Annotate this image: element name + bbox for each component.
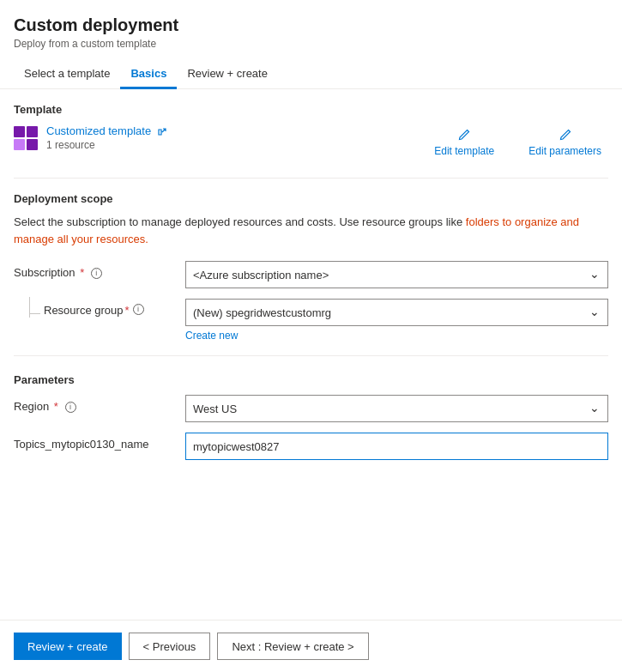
- resource-group-label: Resource group: [44, 304, 124, 317]
- parameters-section: Parameters Region * i West US Topics_myt…: [14, 373, 608, 460]
- icon-cell-4: [27, 139, 38, 150]
- edit-template-button[interactable]: Edit template: [427, 124, 501, 160]
- icon-cell-1: [14, 126, 25, 137]
- resource-group-select[interactable]: (New) spegridwestcustomrg: [185, 299, 608, 326]
- subscription-label-col: Subscription * i: [14, 261, 185, 279]
- next-button[interactable]: Next : Review + create >: [217, 633, 368, 660]
- subscription-control-col: <Azure subscription name>: [185, 261, 608, 288]
- template-name-link[interactable]: Customized template: [46, 124, 166, 137]
- subscription-info-icon[interactable]: i: [91, 268, 102, 279]
- tab-select-template[interactable]: Select a template: [14, 60, 120, 89]
- template-row: Customized template 1 resource Edit temp…: [14, 124, 608, 160]
- previous-button[interactable]: < Previous: [129, 633, 211, 660]
- subscription-row: Subscription * i <Azure subscription nam…: [14, 261, 608, 288]
- page-header: Custom deployment Deploy from a custom t…: [0, 0, 622, 60]
- create-new-link[interactable]: Create new: [185, 330, 238, 342]
- icon-cell-3: [14, 139, 25, 150]
- subscription-select[interactable]: <Azure subscription name>: [185, 261, 608, 288]
- divider-1: [14, 178, 608, 179]
- scope-description: Select the subscription to manage deploy…: [14, 214, 608, 247]
- divider-2: [14, 355, 608, 356]
- region-info-icon[interactable]: i: [65, 402, 76, 413]
- resource-group-info-icon[interactable]: i: [133, 304, 144, 315]
- subscription-label: Subscription: [14, 266, 75, 279]
- subscription-select-wrapper: <Azure subscription name>: [185, 261, 608, 288]
- page-title: Custom deployment: [14, 14, 608, 36]
- main-content: Template Customized template 1 r: [0, 89, 622, 620]
- resource-group-required: *: [125, 304, 130, 317]
- review-create-button[interactable]: Review + create: [14, 633, 122, 660]
- orange-text: folders to organize and manage all your …: [14, 215, 579, 245]
- pencil-icon: [457, 128, 471, 142]
- template-section: Template Customized template 1 r: [14, 103, 608, 160]
- region-select[interactable]: West US: [185, 395, 608, 422]
- subscription-required: *: [80, 266, 84, 279]
- resource-group-form-row: Resource group * i (New) spegridwestcust…: [14, 299, 608, 342]
- tab-basics[interactable]: Basics: [120, 60, 177, 89]
- topics-label-col: Topics_mytopic0130_name: [14, 433, 185, 451]
- region-required: *: [54, 400, 58, 413]
- footer-bar: Review + create < Previous Next : Review…: [0, 620, 622, 672]
- resource-group-label-col: Resource group * i: [14, 299, 185, 318]
- page-subtitle: Deploy from a custom template: [14, 38, 608, 50]
- resource-group-control-col: (New) spegridwestcustomrg Create new: [185, 299, 608, 342]
- tab-review-create[interactable]: Review + create: [177, 60, 278, 89]
- deployment-scope-label: Deployment scope: [14, 192, 608, 205]
- pencil-params-icon: [559, 128, 572, 142]
- template-text: Customized template 1 resource: [46, 124, 166, 151]
- icon-cell-2: [27, 126, 38, 137]
- region-label-col: Region * i: [14, 395, 185, 413]
- template-icon: [14, 126, 38, 150]
- template-info: Customized template 1 resource: [14, 124, 166, 151]
- region-select-wrapper: West US: [185, 395, 608, 422]
- resource-group-select-wrapper: (New) spegridwestcustomrg: [185, 299, 608, 326]
- template-section-label: Template: [14, 103, 608, 116]
- region-control-col: West US: [185, 395, 608, 422]
- region-label: Region: [14, 400, 49, 413]
- template-resources: 1 resource: [46, 139, 166, 151]
- edit-parameters-button[interactable]: Edit parameters: [522, 124, 608, 160]
- topics-label: Topics_mytopic0130_name: [14, 438, 149, 451]
- topics-control-col: [185, 433, 608, 460]
- deployment-scope-section: Deployment scope Select the subscription…: [14, 192, 608, 342]
- tabs-bar: Select a template Basics Review + create: [0, 60, 622, 89]
- external-link-icon: [158, 128, 166, 136]
- region-row: Region * i West US: [14, 395, 608, 422]
- topics-row: Topics_mytopic0130_name: [14, 433, 608, 460]
- parameters-section-label: Parameters: [14, 373, 608, 386]
- template-actions: Edit template Edit parameters: [427, 124, 608, 160]
- topics-input[interactable]: [185, 433, 608, 460]
